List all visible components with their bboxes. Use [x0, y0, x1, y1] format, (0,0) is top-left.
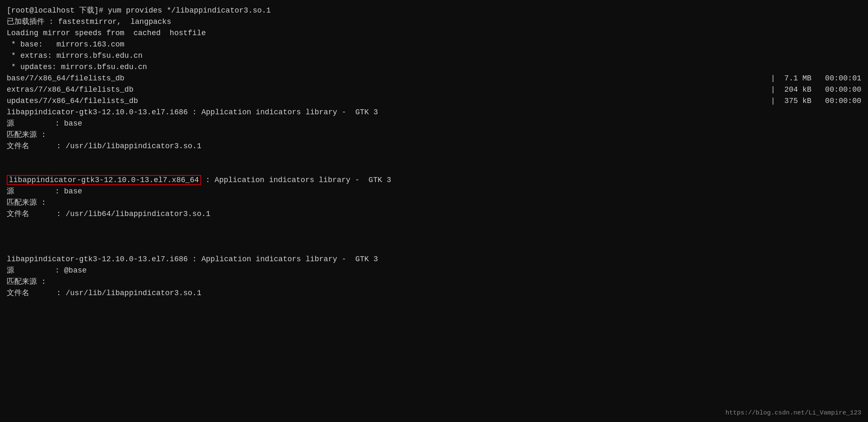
- terminal-line-17: 文件名 : /usr/lib64/libappindicator3.so.1: [7, 208, 861, 220]
- terminal-line-22: 源 : @base: [7, 265, 861, 276]
- terminal-line-4: * updates: mirrors.bfsu.edu.cn: [7, 62, 861, 73]
- terminal-line-13: [7, 163, 861, 175]
- terminal-line-12: [7, 152, 861, 163]
- terminal-line-14: libappindicator-gtk3-12.10.0-13.el7.x86_…: [7, 175, 861, 186]
- terminal-line-15: 源 : base: [7, 186, 861, 197]
- left-text: base/7/x86_64/filelists_db: [7, 73, 124, 84]
- terminal-content: [root@localhost 下载]# yum provides */liba…: [7, 5, 861, 16]
- terminal-line-18: [7, 220, 861, 231]
- left-text: updates/7/x86_64/filelists_db: [7, 95, 138, 107]
- left-text: extras/7/x86_64/filelists_db: [7, 84, 133, 95]
- terminal-line-24: 文件名 : /usr/lib/libappindicator3.so.1: [7, 288, 861, 299]
- terminal-output: 已加载插件 : fastestmirror, langpacksLoading …: [7, 16, 861, 299]
- terminal-line-3: * extras: mirrors.bfsu.edu.cn: [7, 50, 861, 62]
- terminal-line-8: libappindicator-gtk3-12.10.0-13.el7.i686…: [7, 107, 861, 118]
- terminal-line-7: updates/7/x86_64/filelists_db| 375 kB 00…: [7, 95, 861, 107]
- terminal-line-10: 匹配来源 :: [7, 129, 861, 141]
- terminal-line-11: 文件名 : /usr/lib/libappindicator3.so.1: [7, 141, 861, 152]
- terminal-line-23: 匹配来源 :: [7, 276, 861, 288]
- right-text: | 204 kB 00:00:00: [771, 84, 861, 95]
- blog-url: https://blog.csdn.net/Li_Vampire_123: [725, 409, 861, 418]
- terminal-line-9: 源 : base: [7, 118, 861, 129]
- right-text: | 375 kB 00:00:00: [771, 95, 861, 107]
- terminal-line-16: 匹配来源 :: [7, 197, 861, 208]
- terminal-line-1: Loading mirror speeds from cached hostfi…: [7, 28, 861, 39]
- terminal-line-20: [7, 242, 861, 254]
- terminal-line-0: 已加载插件 : fastestmirror, langpacks: [7, 16, 861, 28]
- highlighted-package: libappindicator-gtk3-12.10.0-13.el7.x86_…: [7, 175, 201, 185]
- terminal-line-19: [7, 231, 861, 242]
- terminal-line-2: * base: mirrors.163.com: [7, 39, 861, 50]
- terminal-line-6: extras/7/x86_64/filelists_db| 204 kB 00:…: [7, 84, 861, 95]
- terminal-line-21: libappindicator-gtk3-12.10.0-13.el7.i686…: [7, 254, 861, 265]
- terminal-window: [root@localhost 下载]# yum provides */liba…: [7, 5, 861, 299]
- prompt-line: [root@localhost 下载]# yum provides */liba…: [7, 5, 861, 16]
- terminal-line-5: base/7/x86_64/filelists_db| 7.1 MB 00:00…: [7, 73, 861, 84]
- right-text: | 7.1 MB 00:00:01: [771, 73, 861, 84]
